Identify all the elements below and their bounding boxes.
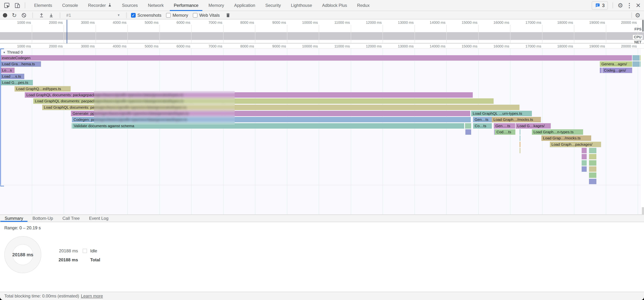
overview-tick-label: 3000 ms (66, 21, 95, 25)
flame-bar[interactable] (520, 148, 520, 153)
tab-recorder[interactable]: Recorder (83, 0, 117, 11)
selection-bracket-bottom-tick (0, 186, 4, 186)
flame-bar[interactable]: Load GraphQL documents: packagepackages/… (25, 92, 473, 98)
garbage-collect-icon[interactable] (226, 13, 230, 18)
flame-bar[interactable] (640, 61, 640, 67)
flame-bar[interactable] (640, 55, 640, 61)
flame-bar[interactable] (589, 179, 596, 184)
checkbox-box[interactable] (166, 13, 171, 18)
timeline-overview[interactable]: 1000 ms2000 ms3000 ms4000 ms5000 ms6000 … (0, 20, 644, 44)
save-profile-icon[interactable] (49, 13, 54, 18)
flame-chart[interactable]: ▼ Thread 0 executeCodegenLoad Gra…hema.t… (0, 49, 644, 214)
details-tab-call-tree[interactable]: Call Tree (58, 215, 84, 222)
flame-bar[interactable]: Gen…ts (473, 117, 492, 122)
inspect-element-icon[interactable] (2, 1, 11, 10)
flame-bar[interactable]: Load Graph…/mocks.ts (492, 117, 541, 122)
flame-bar[interactable] (582, 148, 587, 153)
flame-bar[interactable]: Lo…s (0, 68, 14, 73)
checkbox-screenshots[interactable]: ✓Screenshots (131, 13, 161, 18)
flame-bar[interactable] (600, 68, 602, 73)
flame-bar[interactable]: Load Grap…/mocks.ts (542, 135, 591, 141)
tab-security[interactable]: Security (260, 0, 286, 11)
tab-performance[interactable]: Performance (169, 0, 204, 11)
overview-gridline (382, 25, 383, 43)
recording-session-select[interactable]: #1 ▼ (66, 13, 120, 18)
flame-bar[interactable] (632, 61, 640, 67)
flask-icon (108, 3, 112, 8)
settings-gear-icon[interactable]: ⚙ (618, 2, 623, 9)
issues-badge-button[interactable]: 3 (592, 1, 608, 10)
flame-bar[interactable]: Genera…ages/ (600, 61, 632, 67)
flame-bar[interactable]: Load G…pes.ts (0, 80, 33, 85)
ruler-tick-label: 14000 ms (417, 44, 446, 48)
record-button[interactable] (3, 13, 7, 18)
checkbox-memory[interactable]: Memory (166, 13, 188, 18)
checkbox-web-vitals[interactable]: Web Vitals (193, 13, 220, 18)
overview-scrollbar-thumb[interactable] (642, 20, 644, 32)
flame-bar[interactable] (589, 154, 596, 159)
overview-gridline (478, 25, 479, 43)
ruler-tick-label: 13000 ms (385, 44, 414, 48)
close-devtools-icon[interactable]: ✕ (636, 2, 641, 9)
flame-gridline (128, 49, 128, 214)
details-tab-bottom-up[interactable]: Bottom-Up (28, 215, 58, 222)
flame-bar[interactable] (465, 123, 471, 129)
tab-network[interactable]: Network (143, 0, 169, 11)
tab-lighthouse[interactable]: Lighthouse (286, 0, 317, 11)
checkbox-box[interactable] (193, 13, 198, 18)
flame-bar[interactable]: Load Graph…n-types.ts (532, 129, 583, 135)
flame-gridline (223, 49, 224, 214)
flame-bar[interactable] (466, 129, 471, 135)
flame-bar[interactable] (589, 148, 596, 153)
flame-bar[interactable] (589, 160, 596, 166)
flame-bar[interactable] (494, 129, 495, 135)
total-blocking-time-text: Total blocking time: 0.00ms (estimated) (4, 293, 79, 298)
flame-gridline (638, 49, 638, 214)
flame-bar[interactable]: Load Graph…packages/ (550, 142, 601, 147)
tab-sources[interactable]: Sources (117, 0, 143, 11)
flame-bar[interactable]: Codeg…ges/ (602, 68, 632, 73)
flame-bar[interactable]: Cod….ts (495, 129, 515, 135)
device-toolbar-icon[interactable] (13, 1, 22, 10)
details-tab-summary[interactable]: Summary (0, 215, 28, 222)
flame-bar[interactable]: Load GraphQ…ed/types.ts (14, 86, 70, 92)
flame-bar[interactable]: executeCodegen (0, 55, 632, 61)
flame-bar[interactable]: Load GraphQL …urn-types.ts (471, 111, 532, 116)
tab-console[interactable]: Console (57, 0, 83, 11)
tab-application[interactable]: Application (229, 0, 260, 11)
flame-bar[interactable] (589, 172, 596, 178)
flame-bar[interactable] (589, 166, 596, 172)
flame-gridline (191, 49, 192, 214)
overview-gridline (574, 25, 574, 43)
tab-adblock-plus[interactable]: Adblock Plus (317, 0, 352, 11)
flame-bar[interactable]: Load …s.ts (0, 74, 24, 79)
flame-bar[interactable]: Co…ts (473, 123, 492, 129)
flame-bar[interactable]: Gen….ts (494, 123, 515, 129)
flame-bar[interactable] (520, 129, 520, 135)
flame-bar[interactable] (582, 154, 587, 159)
tab-redux[interactable]: Redux (352, 0, 374, 11)
flame-bar[interactable]: Load Gra…hema.ts (0, 61, 41, 67)
flame-bar[interactable] (632, 55, 640, 61)
reload-and-record-icon[interactable]: ↻ (12, 12, 17, 19)
legend-value: 20188 ms (43, 257, 78, 262)
kebab-menu-icon[interactable]: ⋮ (626, 2, 632, 9)
flame-scrollbar-corner[interactable] (642, 207, 644, 214)
flame-bar[interactable] (520, 135, 520, 141)
clear-recording-icon[interactable] (22, 13, 26, 18)
ruler-tick-label: 18000 ms (544, 44, 573, 48)
load-profile-icon[interactable] (39, 13, 44, 18)
tab-elements[interactable]: Elements (29, 0, 57, 11)
flame-bar[interactable] (520, 142, 520, 147)
learn-more-link[interactable]: Learn more (81, 293, 103, 298)
thread-header[interactable]: ▼ Thread 0 (3, 50, 23, 55)
capture-settings-gear-icon[interactable]: ⚙ (635, 12, 640, 18)
flame-bar[interactable] (71, 123, 72, 129)
flame-bar[interactable] (582, 160, 587, 166)
flame-bar[interactable]: Load G…kages/ (516, 123, 551, 129)
tab-label: Memory (208, 3, 224, 8)
tab-memory[interactable]: Memory (204, 0, 229, 11)
details-tab-event-log[interactable]: Event Log (84, 215, 113, 222)
flame-bar[interactable] (582, 166, 587, 172)
checkbox-box[interactable]: ✓ (131, 13, 136, 18)
